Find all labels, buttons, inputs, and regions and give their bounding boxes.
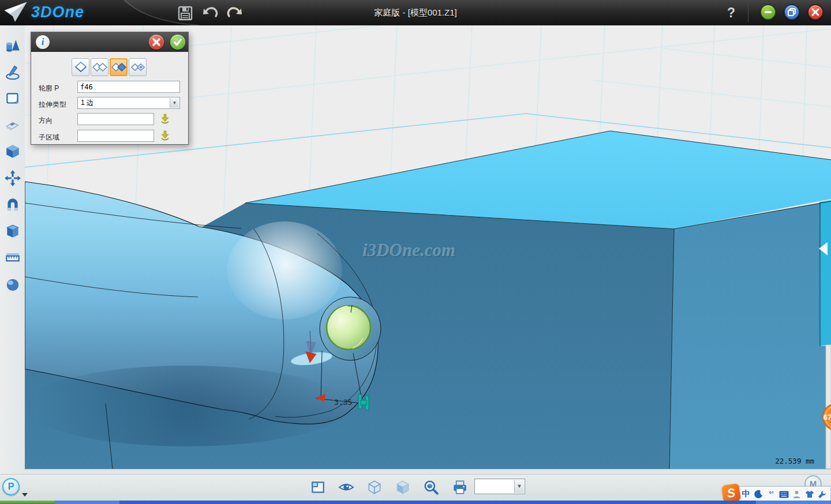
ime-skin-shirt-icon[interactable]: [804, 488, 815, 501]
profile-label: 轮廓 P: [39, 84, 77, 93]
view-combo-arrow-icon[interactable]: ▼: [514, 480, 524, 493]
zoom-view-button[interactable]: [423, 479, 439, 495]
sogou-ime-icon[interactable]: S: [721, 483, 741, 503]
double-diamond-icon: [92, 61, 107, 74]
cancel-x-icon: [151, 37, 162, 47]
ime-userdict-icon[interactable]: [791, 488, 802, 501]
app-logo: 3DOne: [3, 1, 84, 23]
mode-double-filled-button[interactable]: [110, 58, 128, 76]
material-box-icon[interactable]: [4, 223, 21, 240]
profile-input[interactable]: [77, 81, 180, 93]
svg-text:i3DOne.com: i3DOne.com: [362, 240, 455, 260]
titlebar-separator: [748, 3, 748, 22]
measure-icon[interactable]: [4, 249, 21, 266]
shaded-view-button[interactable]: [395, 479, 411, 495]
slab-right-strip[interactable]: [820, 200, 831, 346]
confirm-button[interactable]: [170, 35, 185, 50]
save-button[interactable]: [177, 5, 194, 22]
selected-profile-face[interactable]: [327, 306, 370, 349]
viewport-layout-button[interactable]: [310, 479, 326, 495]
mode-double-dot-button[interactable]: [129, 58, 147, 76]
paper-plane-icon: [3, 1, 28, 23]
view-preset-combobox[interactable]: ▼: [474, 479, 525, 494]
extrude-dialog: i 轮廓 P: [31, 32, 189, 145]
part-mode-button[interactable]: P: [2, 478, 20, 495]
double-diamond-dot-icon: [130, 61, 145, 74]
part-mode-caret[interactable]: [22, 493, 28, 497]
move-icon[interactable]: [4, 170, 21, 187]
ime-tray: 中 °’: [739, 486, 831, 502]
logo-text: 3DOne: [31, 3, 84, 21]
direction-label: 方向: [39, 116, 77, 126]
dialog-header: i: [31, 32, 188, 52]
help-button[interactable]: ?: [724, 3, 739, 22]
visibility-eye-button[interactable]: [338, 479, 354, 495]
wireframe-view-button[interactable]: [366, 479, 383, 495]
minimize-icon: [763, 7, 773, 17]
boss-cylinder[interactable]: [320, 297, 381, 360]
direction-input[interactable]: [77, 113, 154, 125]
undo-button[interactable]: [202, 5, 219, 22]
double-diamond-filled-icon: [111, 61, 126, 74]
close-button[interactable]: [807, 4, 823, 20]
redo-button[interactable]: [226, 5, 243, 22]
sketch-plane-icon[interactable]: [4, 90, 21, 107]
extrude-type-label: 拉伸类型: [39, 100, 77, 110]
watermark: i3DOne.com i3DOne.com: [362, 240, 456, 261]
subregion-input[interactable]: [77, 130, 154, 142]
tool-sidebar: [0, 25, 25, 474]
eraser-icon[interactable]: [4, 116, 21, 134]
taskbar-tray-segment[interactable]: [756, 501, 831, 504]
direction-pick-icon[interactable]: [159, 113, 171, 125]
magnet-icon[interactable]: [4, 196, 21, 213]
close-icon: [810, 7, 821, 17]
ime-softkeyboard-icon[interactable]: [778, 488, 789, 501]
ime-settings-wrench-icon[interactable]: [817, 488, 828, 501]
view-toolbar: P ▼: [0, 474, 831, 501]
info-icon[interactable]: i: [36, 35, 50, 49]
mode-double-diamond-button[interactable]: [91, 58, 108, 76]
extrude-type-select[interactable]: 1 边 ▼: [77, 97, 180, 109]
taskbar-start-segment[interactable]: [0, 501, 55, 504]
ime-punctuation-toggle[interactable]: °’: [766, 488, 777, 501]
sketch-icon[interactable]: [4, 63, 21, 81]
length-readout: 22.539 mm: [775, 457, 814, 465]
taskbar-app-segment[interactable]: [55, 501, 119, 504]
combo-arrow-icon[interactable]: ▼: [170, 98, 179, 108]
extrude-type-value: 1 边: [81, 99, 93, 107]
print-button[interactable]: [451, 479, 467, 495]
primitives-icon[interactable]: [4, 37, 21, 54]
cancel-button[interactable]: [149, 35, 164, 50]
slab-front-right-face[interactable]: [669, 203, 826, 469]
subregion-label: 子区域: [39, 133, 77, 142]
titlebar: 3DOne 家庭版 - [模型001.Z1] ?: [0, 0, 831, 26]
feature-cube-icon[interactable]: [4, 143, 21, 160]
badge-count: 67: [823, 413, 831, 422]
subregion-pick-icon[interactable]: [159, 130, 171, 141]
single-diamond-icon: [73, 61, 88, 74]
confirm-check-icon: [173, 37, 183, 47]
viewport-bottom-frame: [25, 469, 831, 474]
render-sphere-icon[interactable]: [4, 276, 21, 293]
dimension-value: 3.35: [334, 398, 352, 407]
mode-single-diamond-button[interactable]: [72, 58, 89, 76]
ime-language-toggle[interactable]: 中: [740, 488, 751, 501]
restore-icon: [787, 7, 797, 17]
ime-fullhalf-moon-icon[interactable]: [753, 488, 764, 501]
minimize-button[interactable]: [760, 4, 776, 20]
os-taskbar[interactable]: [0, 501, 831, 504]
restore-button[interactable]: [784, 4, 800, 20]
